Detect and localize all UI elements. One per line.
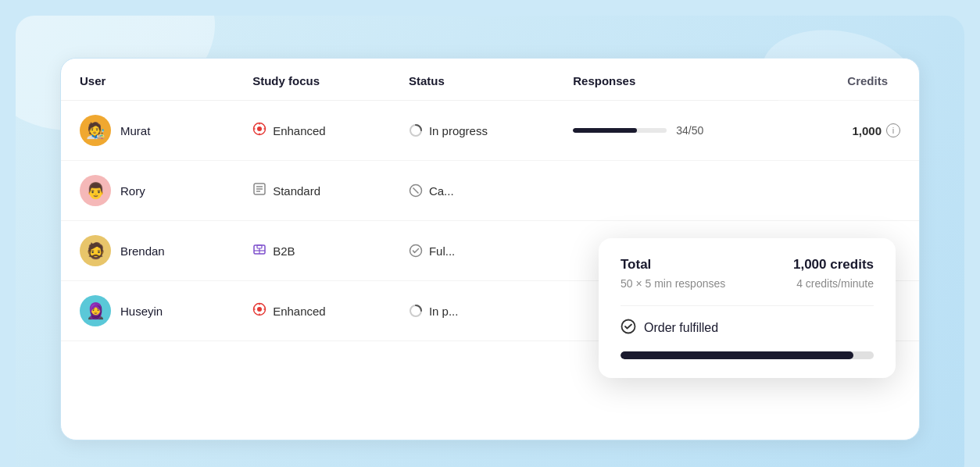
header-responses: Responses	[554, 59, 791, 101]
user-cell-huseyin: 🧕 Huseyin	[61, 281, 234, 341]
credits-value-murat: 1,000	[852, 124, 882, 137]
user-cell-rory: 👨 Rory	[61, 161, 234, 221]
cancelled-icon-rory	[409, 184, 423, 198]
tooltip-popup: Total 1,000 credits 50 × 5 min responses…	[599, 238, 896, 378]
svg-line-12	[413, 188, 418, 194]
avatar-murat: 🧑‍🎨	[80, 115, 111, 146]
enhanced-icon-huseyin	[252, 302, 266, 320]
spinner-icon-murat	[409, 123, 423, 137]
status-huseyin: In p...	[390, 281, 554, 341]
table-row: 🧑‍🎨 Murat	[61, 101, 919, 161]
tooltip-total-label: Total	[621, 257, 651, 273]
user-name-brendan: Brendan	[120, 244, 165, 258]
progress-bar-murat	[573, 128, 667, 133]
tooltip-divider	[621, 305, 874, 306]
svg-point-1	[257, 127, 262, 131]
study-focus-huseyin: Enhanced	[234, 281, 390, 341]
avatar-huseyin: 🧕	[80, 295, 111, 326]
user-cell-murat: 🧑‍🎨 Murat	[61, 101, 234, 161]
response-count-murat: 34/50	[676, 124, 703, 137]
status-label-murat: In progress	[429, 124, 488, 137]
responses-rory	[554, 161, 791, 221]
spinner-icon-huseyin	[409, 304, 423, 318]
user-name-rory: Rory	[120, 184, 145, 198]
header-study-focus: Study focus	[234, 59, 390, 101]
progress-fill-murat	[573, 128, 637, 133]
tooltip-progress-fill	[621, 351, 853, 359]
page-background: User Study focus Status Responses Credit…	[16, 16, 964, 467]
header-credits: Credits	[792, 59, 919, 101]
status-label-rory: Ca...	[429, 184, 454, 198]
user-name-murat: Murat	[120, 124, 150, 137]
tooltip-fulfilled: Order fulfilled	[621, 319, 874, 337]
credits-rory	[792, 161, 919, 221]
standard-icon-rory	[252, 182, 266, 200]
tooltip-total-value: 1,000 credits	[793, 257, 874, 273]
fulfilled-icon-brendan	[409, 244, 423, 258]
user-cell-brendan: 🧔 Brendan	[61, 221, 234, 281]
status-brendan: Ful...	[390, 221, 554, 281]
status-rory: Ca...	[390, 161, 554, 221]
study-focus-label-huseyin: Enhanced	[273, 305, 326, 318]
credits-murat: 1,000 i	[792, 101, 919, 161]
svg-point-19	[257, 307, 262, 312]
study-focus-brendan: B2B	[234, 221, 390, 281]
tooltip-progress-bar	[621, 351, 874, 359]
tooltip-sub-value: 4 credits/minute	[796, 277, 874, 290]
study-focus-label-brendan: B2B	[273, 244, 295, 258]
avatar-rory: 👨	[80, 175, 111, 206]
status-label-brendan: Ful...	[429, 244, 455, 258]
study-focus-murat: Enhanced	[234, 101, 390, 161]
enhanced-icon-murat	[252, 122, 266, 140]
status-murat: In progress	[390, 101, 554, 161]
avatar-brendan: 🧔	[80, 235, 111, 266]
fulfilled-check-icon	[621, 319, 636, 337]
study-focus-rory: Standard	[234, 161, 390, 221]
fulfilled-label: Order fulfilled	[644, 321, 718, 335]
table-row: 👨 Rory	[61, 161, 919, 221]
header-user: User	[61, 59, 234, 101]
header-status: Status	[390, 59, 554, 101]
info-icon-murat[interactable]: i	[886, 123, 900, 137]
user-name-huseyin: Huseyin	[120, 305, 163, 318]
study-focus-label-rory: Standard	[273, 184, 320, 198]
main-card: User Study focus Status Responses Credit…	[60, 58, 920, 440]
status-label-huseyin: In p...	[429, 305, 459, 318]
b2b-icon-brendan	[252, 242, 266, 260]
study-focus-label-murat: Enhanced	[273, 124, 326, 137]
tooltip-sub-label: 50 × 5 min responses	[621, 277, 725, 290]
responses-murat: 34/50	[554, 101, 791, 161]
